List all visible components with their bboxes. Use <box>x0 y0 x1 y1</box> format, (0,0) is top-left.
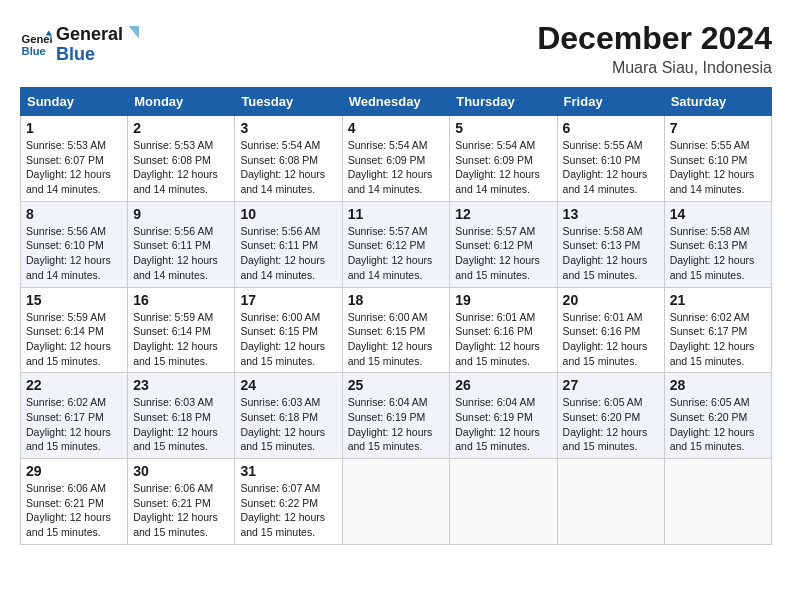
calendar-week-row: 15 Sunrise: 5:59 AM Sunset: 6:14 PM Dayl… <box>21 287 772 373</box>
day-number: 15 <box>26 292 122 308</box>
day-number: 23 <box>133 377 229 393</box>
calendar-cell: 30 Sunrise: 6:06 AM Sunset: 6:21 PM Dayl… <box>128 459 235 545</box>
logo-blue: Blue <box>56 45 123 65</box>
calendar-cell: 27 Sunrise: 6:05 AM Sunset: 6:20 PM Dayl… <box>557 373 664 459</box>
day-info: Sunrise: 5:58 AM Sunset: 6:13 PM Dayligh… <box>670 224 766 283</box>
day-info: Sunrise: 5:53 AM Sunset: 6:08 PM Dayligh… <box>133 138 229 197</box>
title-area: December 2024 Muara Siau, Indonesia <box>537 20 772 77</box>
logo-arrow-icon <box>119 26 139 54</box>
day-number: 30 <box>133 463 229 479</box>
day-number: 11 <box>348 206 445 222</box>
day-number: 18 <box>348 292 445 308</box>
calendar-cell: 5 Sunrise: 5:54 AM Sunset: 6:09 PM Dayli… <box>450 116 557 202</box>
calendar-cell: 12 Sunrise: 5:57 AM Sunset: 6:12 PM Dayl… <box>450 201 557 287</box>
calendar-cell: 18 Sunrise: 6:00 AM Sunset: 6:15 PM Dayl… <box>342 287 450 373</box>
day-info: Sunrise: 6:01 AM Sunset: 6:16 PM Dayligh… <box>455 310 551 369</box>
calendar-header-tuesday: Tuesday <box>235 88 342 116</box>
calendar-cell: 21 Sunrise: 6:02 AM Sunset: 6:17 PM Dayl… <box>664 287 771 373</box>
day-number: 9 <box>133 206 229 222</box>
day-number: 22 <box>26 377 122 393</box>
calendar-cell: 1 Sunrise: 5:53 AM Sunset: 6:07 PM Dayli… <box>21 116 128 202</box>
day-number: 19 <box>455 292 551 308</box>
day-number: 24 <box>240 377 336 393</box>
day-number: 1 <box>26 120 122 136</box>
day-info: Sunrise: 6:02 AM Sunset: 6:17 PM Dayligh… <box>670 310 766 369</box>
calendar-cell: 28 Sunrise: 6:05 AM Sunset: 6:20 PM Dayl… <box>664 373 771 459</box>
calendar-cell: 16 Sunrise: 5:59 AM Sunset: 6:14 PM Dayl… <box>128 287 235 373</box>
logo-general: General <box>56 25 123 45</box>
calendar-header-sunday: Sunday <box>21 88 128 116</box>
calendar-cell: 19 Sunrise: 6:01 AM Sunset: 6:16 PM Dayl… <box>450 287 557 373</box>
day-number: 20 <box>563 292 659 308</box>
calendar-cell: 29 Sunrise: 6:06 AM Sunset: 6:21 PM Dayl… <box>21 459 128 545</box>
calendar-cell: 14 Sunrise: 5:58 AM Sunset: 6:13 PM Dayl… <box>664 201 771 287</box>
day-number: 14 <box>670 206 766 222</box>
calendar-cell: 4 Sunrise: 5:54 AM Sunset: 6:09 PM Dayli… <box>342 116 450 202</box>
day-info: Sunrise: 5:59 AM Sunset: 6:14 PM Dayligh… <box>133 310 229 369</box>
calendar-week-row: 8 Sunrise: 5:56 AM Sunset: 6:10 PM Dayli… <box>21 201 772 287</box>
calendar-cell: 6 Sunrise: 5:55 AM Sunset: 6:10 PM Dayli… <box>557 116 664 202</box>
day-number: 3 <box>240 120 336 136</box>
day-number: 6 <box>563 120 659 136</box>
calendar-cell: 31 Sunrise: 6:07 AM Sunset: 6:22 PM Dayl… <box>235 459 342 545</box>
calendar-cell: 26 Sunrise: 6:04 AM Sunset: 6:19 PM Dayl… <box>450 373 557 459</box>
day-info: Sunrise: 5:58 AM Sunset: 6:13 PM Dayligh… <box>563 224 659 283</box>
day-number: 12 <box>455 206 551 222</box>
calendar-week-row: 1 Sunrise: 5:53 AM Sunset: 6:07 PM Dayli… <box>21 116 772 202</box>
day-number: 7 <box>670 120 766 136</box>
svg-text:Blue: Blue <box>22 45 46 57</box>
calendar-cell: 7 Sunrise: 5:55 AM Sunset: 6:10 PM Dayli… <box>664 116 771 202</box>
day-info: Sunrise: 5:56 AM Sunset: 6:11 PM Dayligh… <box>240 224 336 283</box>
page-subtitle: Muara Siau, Indonesia <box>537 59 772 77</box>
day-info: Sunrise: 5:57 AM Sunset: 6:12 PM Dayligh… <box>348 224 445 283</box>
day-number: 16 <box>133 292 229 308</box>
calendar-header-friday: Friday <box>557 88 664 116</box>
day-info: Sunrise: 6:03 AM Sunset: 6:18 PM Dayligh… <box>133 395 229 454</box>
day-number: 2 <box>133 120 229 136</box>
day-number: 29 <box>26 463 122 479</box>
day-number: 5 <box>455 120 551 136</box>
calendar-cell: 11 Sunrise: 5:57 AM Sunset: 6:12 PM Dayl… <box>342 201 450 287</box>
day-info: Sunrise: 5:55 AM Sunset: 6:10 PM Dayligh… <box>563 138 659 197</box>
day-info: Sunrise: 6:05 AM Sunset: 6:20 PM Dayligh… <box>563 395 659 454</box>
logo: General Blue General Blue <box>20 25 139 65</box>
day-info: Sunrise: 5:57 AM Sunset: 6:12 PM Dayligh… <box>455 224 551 283</box>
day-info: Sunrise: 5:56 AM Sunset: 6:11 PM Dayligh… <box>133 224 229 283</box>
day-number: 21 <box>670 292 766 308</box>
calendar-cell: 9 Sunrise: 5:56 AM Sunset: 6:11 PM Dayli… <box>128 201 235 287</box>
calendar-header-wednesday: Wednesday <box>342 88 450 116</box>
header: General Blue General Blue December 2024 … <box>20 20 772 77</box>
svg-marker-6 <box>129 26 139 38</box>
day-info: Sunrise: 6:06 AM Sunset: 6:21 PM Dayligh… <box>26 481 122 540</box>
day-number: 13 <box>563 206 659 222</box>
calendar-header-monday: Monday <box>128 88 235 116</box>
calendar-cell: 22 Sunrise: 6:02 AM Sunset: 6:17 PM Dayl… <box>21 373 128 459</box>
day-info: Sunrise: 5:53 AM Sunset: 6:07 PM Dayligh… <box>26 138 122 197</box>
calendar-cell: 17 Sunrise: 6:00 AM Sunset: 6:15 PM Dayl… <box>235 287 342 373</box>
day-info: Sunrise: 5:56 AM Sunset: 6:10 PM Dayligh… <box>26 224 122 283</box>
day-info: Sunrise: 6:06 AM Sunset: 6:21 PM Dayligh… <box>133 481 229 540</box>
calendar-week-row: 22 Sunrise: 6:02 AM Sunset: 6:17 PM Dayl… <box>21 373 772 459</box>
calendar-table: SundayMondayTuesdayWednesdayThursdayFrid… <box>20 87 772 545</box>
day-info: Sunrise: 6:04 AM Sunset: 6:19 PM Dayligh… <box>348 395 445 454</box>
calendar-cell: 15 Sunrise: 5:59 AM Sunset: 6:14 PM Dayl… <box>21 287 128 373</box>
day-number: 17 <box>240 292 336 308</box>
calendar-cell <box>342 459 450 545</box>
day-number: 25 <box>348 377 445 393</box>
day-number: 27 <box>563 377 659 393</box>
calendar-cell: 3 Sunrise: 5:54 AM Sunset: 6:08 PM Dayli… <box>235 116 342 202</box>
calendar-cell: 20 Sunrise: 6:01 AM Sunset: 6:16 PM Dayl… <box>557 287 664 373</box>
day-info: Sunrise: 6:01 AM Sunset: 6:16 PM Dayligh… <box>563 310 659 369</box>
day-number: 31 <box>240 463 336 479</box>
calendar-cell <box>664 459 771 545</box>
day-info: Sunrise: 6:05 AM Sunset: 6:20 PM Dayligh… <box>670 395 766 454</box>
day-info: Sunrise: 6:03 AM Sunset: 6:18 PM Dayligh… <box>240 395 336 454</box>
day-info: Sunrise: 5:54 AM Sunset: 6:08 PM Dayligh… <box>240 138 336 197</box>
day-info: Sunrise: 5:55 AM Sunset: 6:10 PM Dayligh… <box>670 138 766 197</box>
logo-icon: General Blue <box>20 29 52 61</box>
calendar-cell <box>450 459 557 545</box>
calendar-cell: 24 Sunrise: 6:03 AM Sunset: 6:18 PM Dayl… <box>235 373 342 459</box>
day-info: Sunrise: 6:00 AM Sunset: 6:15 PM Dayligh… <box>240 310 336 369</box>
day-info: Sunrise: 5:54 AM Sunset: 6:09 PM Dayligh… <box>348 138 445 197</box>
calendar-week-row: 29 Sunrise: 6:06 AM Sunset: 6:21 PM Dayl… <box>21 459 772 545</box>
